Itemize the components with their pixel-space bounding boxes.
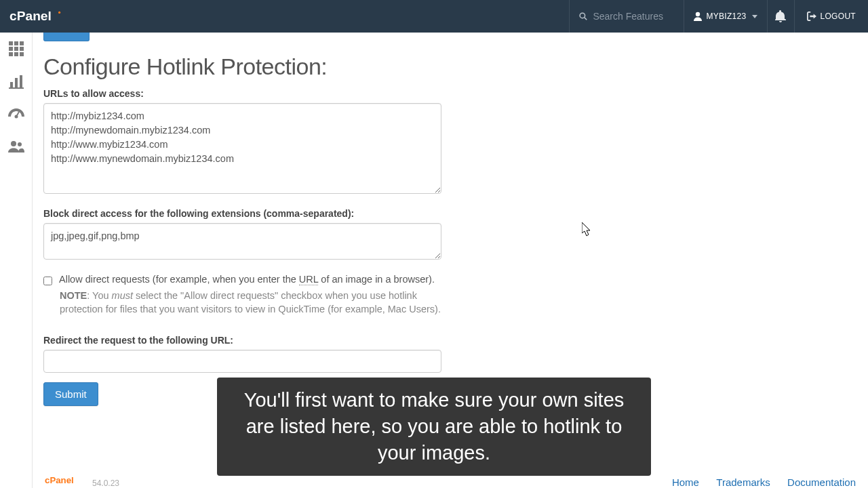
sidebar [0, 33, 33, 488]
svg-rect-19 [16, 112, 20, 117]
allow-label-pre: Allow direct requests (for example, when… [59, 274, 299, 285]
redirect-url-input[interactable] [43, 350, 441, 373]
grid-icon [9, 41, 24, 56]
svg-rect-14 [10, 82, 13, 87]
sidebar-item-stats[interactable] [0, 65, 33, 98]
section-tab[interactable] [43, 33, 90, 41]
note-must: must [112, 290, 133, 301]
footer-link-trademarks[interactable]: Trademarks [716, 476, 770, 488]
logout-button[interactable]: LOGOUT [795, 0, 868, 33]
svg-point-1 [58, 12, 60, 14]
urls-allow-textarea[interactable]: http://mybiz1234.com http://mynewdomain.… [43, 103, 441, 194]
sidebar-item-users[interactable] [0, 130, 33, 163]
footer-version: 54.0.23 [92, 479, 119, 488]
svg-text:cPanel: cPanel [45, 475, 74, 485]
svg-rect-17 [9, 87, 24, 89]
svg-rect-6 [14, 41, 18, 45]
svg-rect-9 [14, 47, 18, 51]
users-icon [8, 140, 24, 152]
search-input[interactable] [593, 11, 674, 22]
gauge-icon [8, 107, 24, 121]
svg-point-20 [11, 141, 16, 146]
allow-direct-checkbox[interactable] [43, 277, 52, 285]
svg-rect-15 [15, 78, 18, 87]
svg-point-2 [580, 13, 586, 18]
allow-direct-label: Allow direct requests (for example, when… [59, 274, 435, 285]
svg-rect-5 [9, 41, 13, 45]
note-bold: NOTE [60, 290, 87, 301]
svg-line-3 [585, 18, 587, 20]
redirect-url-label: Redirect the request to the following UR… [43, 335, 477, 346]
svg-text:cPanel: cPanel [9, 9, 52, 23]
user-icon [694, 12, 702, 21]
username-label: MYBIZ123 [706, 12, 746, 21]
user-menu[interactable]: MYBIZ123 [684, 0, 767, 33]
bell-icon [775, 10, 786, 22]
svg-rect-13 [20, 52, 24, 56]
sidebar-item-dashboard[interactable] [0, 98, 33, 130]
notifications-button[interactable] [768, 0, 795, 33]
allow-label-post: of an image in a browser). [318, 274, 435, 285]
urls-allow-label: URLs to allow access: [43, 88, 477, 99]
allow-direct-note: NOTE: You must select the "Allow direct … [60, 289, 450, 316]
logout-icon [807, 12, 816, 21]
logout-label: LOGOUT [821, 12, 856, 21]
chevron-down-icon [752, 15, 757, 18]
top-bar: cPanel MYBIZ123 LOGOUT [0, 0, 868, 33]
footer-link-documentation[interactable]: Documentation [787, 476, 856, 488]
page-title: Configure Hotlink Protection: [43, 54, 868, 80]
note-colon: : You [87, 290, 111, 301]
bar-chart-icon [9, 74, 24, 89]
block-extensions-textarea[interactable]: jpg,jpeg,gif,png,bmp [43, 223, 441, 260]
svg-rect-12 [14, 52, 18, 56]
footer-logo: cPanel [45, 475, 87, 488]
caption-overlay: You'll first want to make sure your own … [217, 378, 651, 476]
sidebar-item-home[interactable] [0, 33, 33, 65]
search-icon [579, 12, 587, 21]
allow-label-url: URL [299, 274, 318, 285]
svg-rect-16 [20, 75, 22, 87]
svg-rect-8 [9, 47, 13, 51]
svg-rect-11 [9, 52, 13, 56]
search-features[interactable] [569, 0, 684, 33]
svg-rect-10 [20, 47, 24, 51]
svg-rect-7 [20, 41, 24, 45]
block-extensions-label: Block direct access for the following ex… [43, 208, 477, 219]
cpanel-logo[interactable]: cPanel [0, 6, 84, 26]
svg-point-21 [18, 142, 22, 146]
svg-point-4 [696, 12, 700, 16]
footer-links: Home Trademarks Documentation [657, 476, 856, 488]
submit-button[interactable]: Submit [43, 382, 98, 406]
footer-link-home[interactable]: Home [672, 476, 699, 488]
